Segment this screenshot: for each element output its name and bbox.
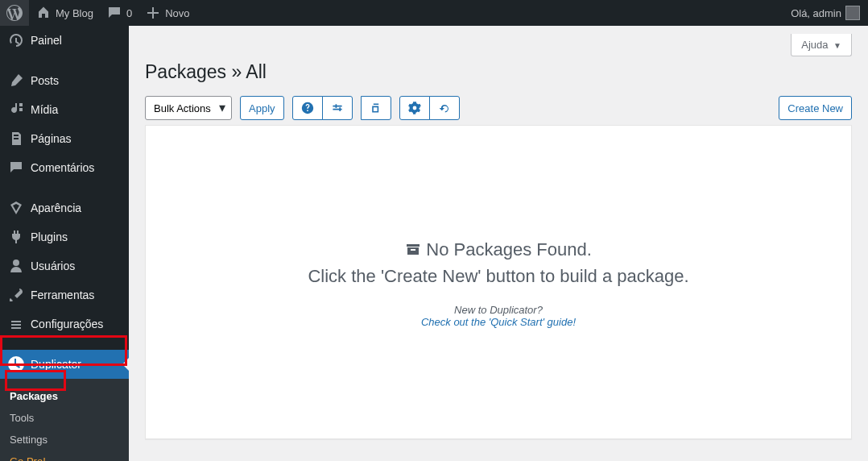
action-left: Bulk Actions Apply (145, 96, 460, 120)
help-info-button[interactable] (292, 96, 323, 120)
account-link[interactable]: Olá, admin (784, 0, 860, 26)
sidebar-label: Aparência (31, 201, 81, 214)
sidebar-item-appearance[interactable]: Aparência (0, 193, 129, 222)
empty-heading-row: No Packages Found. (308, 236, 688, 263)
import-button[interactable] (399, 96, 430, 120)
undo-icon (438, 102, 451, 114)
sidebar-item-pages[interactable]: Páginas (0, 124, 129, 153)
site-link[interactable]: My Blog (29, 0, 100, 26)
sidebar-item-posts[interactable]: Posts (0, 66, 129, 95)
submenu-item-tools[interactable]: Tools (0, 407, 129, 429)
archive-icon (405, 241, 421, 257)
sliders-icon (331, 102, 344, 114)
action-row: Bulk Actions Apply (145, 96, 852, 120)
copy-button[interactable] (361, 96, 391, 120)
greeting: Olá, admin (791, 7, 841, 19)
sidebar-item-settings[interactable]: Configurações (0, 309, 129, 338)
new-to-line: New to Duplicator? (308, 304, 688, 316)
chevron-down-icon: ▼ (833, 41, 841, 50)
settings-button[interactable] (322, 96, 353, 120)
sidebar-label: Usuários (31, 260, 75, 272)
empty-state: No Packages Found. Click the 'Create New… (308, 236, 688, 328)
site-name: My Blog (56, 7, 93, 19)
sidebar-item-tools[interactable]: Ferramentas (0, 280, 129, 309)
empty-heading: No Packages Found. (426, 239, 591, 260)
avatar (845, 6, 860, 20)
button-group-1 (292, 96, 353, 120)
sidebar-item-comments[interactable]: Comentários (0, 153, 129, 182)
copy-icon (370, 102, 382, 114)
help-button[interactable]: Ajuda ▼ (791, 34, 852, 56)
button-group-2 (361, 96, 391, 120)
refresh-button[interactable] (429, 96, 460, 120)
question-circle-icon (301, 102, 314, 114)
sidebar-label: Painel (31, 34, 62, 47)
main-content: Ajuda ▼ Packages » All Bulk Actions Appl… (129, 26, 868, 461)
submenu-item-settings[interactable]: Settings (0, 429, 129, 451)
button-group-3 (399, 96, 460, 120)
quick-start-link[interactable]: Check out the 'Quick Start' guide! (308, 316, 688, 328)
separator (0, 182, 129, 193)
sidebar-label: Plugins (31, 230, 68, 243)
sidebar-label: Ferramentas (31, 289, 94, 301)
gear-icon (408, 102, 421, 114)
sidebar-item-plugins[interactable]: Plugins (0, 222, 129, 251)
admin-toolbar: My Blog 0 Novo Olá, admin (0, 0, 868, 26)
sidebar-item-duplicator[interactable]: Duplicator (0, 350, 129, 379)
sidebar-label: Posts (31, 74, 59, 87)
packages-panel: No Packages Found. Click the 'Create New… (145, 125, 852, 439)
page-title: Packages » All (145, 56, 852, 96)
comments-count: 0 (126, 7, 132, 19)
sidebar-label: Comentários (31, 161, 94, 174)
wp-logo[interactable] (0, 0, 29, 26)
apply-button[interactable]: Apply (240, 96, 284, 120)
sidebar-item-dashboard[interactable]: Painel (0, 26, 129, 55)
comments-link[interactable]: 0 (100, 0, 138, 26)
sidebar-item-media[interactable]: Mídia (0, 95, 129, 124)
separator (0, 338, 129, 350)
toolbar-left: My Blog 0 Novo (0, 0, 196, 26)
submenu-item-packages[interactable]: Packages (0, 385, 129, 407)
help-label: Ajuda (801, 39, 828, 51)
sidebar-label: Páginas (31, 132, 72, 145)
create-new-button[interactable]: Create New (779, 96, 852, 120)
sidebar-submenu: Packages Tools Settings Go Pro! (0, 379, 129, 461)
toolbar-right: Olá, admin (784, 0, 868, 26)
sidebar-label: Configurações (31, 318, 103, 330)
new-label: Novo (165, 7, 189, 19)
separator (0, 55, 129, 66)
admin-sidebar: Painel Posts Mídia Páginas Comentários A… (0, 26, 129, 461)
sidebar-item-users[interactable]: Usuários (0, 251, 129, 280)
sidebar-label: Duplicator (31, 358, 81, 371)
bulk-select-wrap: Bulk Actions (145, 96, 232, 120)
empty-sub: Click the 'Create New' button to build a… (308, 263, 688, 289)
new-link[interactable]: Novo (138, 0, 196, 26)
submenu-item-gopro[interactable]: Go Pro! (0, 451, 129, 461)
bulk-actions-select[interactable]: Bulk Actions (145, 96, 232, 120)
sidebar-label: Mídia (31, 103, 58, 116)
help-row: Ajuda ▼ (145, 34, 852, 56)
